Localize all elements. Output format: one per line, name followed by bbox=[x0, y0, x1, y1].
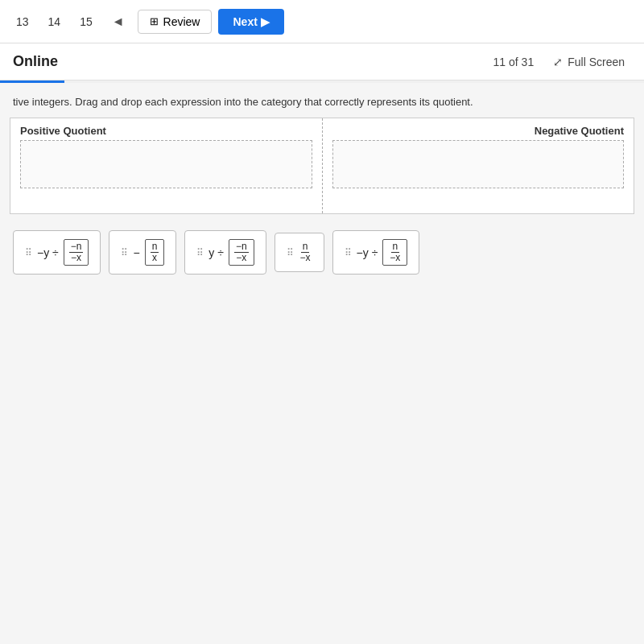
drag-handle-2: ⠿ bbox=[121, 247, 128, 258]
expr2-fraction-box: n x bbox=[145, 239, 165, 266]
expr3-fraction-box: −n −x bbox=[229, 239, 254, 266]
negative-quotient-zone[interactable]: Negative Quotient bbox=[323, 118, 634, 213]
expr3-numerator: −n bbox=[234, 242, 249, 253]
drop-zones-container: Positive Quotient Negative Quotient bbox=[10, 118, 634, 214]
second-bar-right: 11 of 31 ⤢ Full Screen bbox=[493, 52, 631, 72]
expr1-numerator: −n bbox=[69, 242, 84, 253]
expressions-area: ⠿ −y ÷ −n −x ⠿ − n x ⠿ y ÷ bbox=[0, 214, 644, 291]
expr5-fraction-box: n −x bbox=[382, 239, 407, 266]
expression-card-3[interactable]: ⠿ y ÷ −n −x bbox=[184, 230, 266, 275]
next-button[interactable]: Next ▶ bbox=[218, 9, 283, 35]
app-title: Online bbox=[13, 53, 58, 70]
next-label: Next bbox=[233, 15, 257, 28]
drag-handle-5: ⠿ bbox=[345, 247, 352, 258]
review-icon: ⊞ bbox=[150, 15, 159, 27]
fullscreen-label: Full Screen bbox=[568, 56, 625, 68]
expr2-text: − bbox=[133, 246, 139, 259]
expr4-denominator: −x bbox=[299, 253, 312, 263]
next-arrow-icon: ▶ bbox=[261, 15, 270, 28]
top-navigation: 13 14 15 ◄ ⊞ Review Next ▶ bbox=[0, 0, 644, 43]
expression-card-5[interactable]: ⠿ −y ÷ n −x bbox=[332, 230, 420, 275]
drag-handle-4: ⠿ bbox=[287, 247, 294, 258]
expression-card-4[interactable]: ⠿ n −x bbox=[275, 233, 324, 272]
expr5-text: −y ÷ bbox=[357, 246, 378, 259]
expr2-numerator: n bbox=[151, 242, 159, 253]
review-label: Review bbox=[163, 15, 200, 28]
negative-quotient-drop-area[interactable] bbox=[332, 140, 625, 188]
expr4-numerator: n bbox=[301, 242, 310, 253]
page-num-13[interactable]: 13 bbox=[10, 12, 35, 31]
expr5-fraction: n −x bbox=[388, 242, 402, 263]
expr1-fraction-box: −n −x bbox=[64, 239, 89, 266]
page-num-15[interactable]: 15 bbox=[73, 12, 99, 31]
question-counter: 11 of 31 bbox=[493, 56, 535, 68]
expr3-denominator: −x bbox=[234, 253, 248, 263]
instruction-text: tive integers. Drag and drop each expres… bbox=[0, 96, 644, 118]
expr1-fraction: −n −x bbox=[69, 242, 84, 263]
expr5-denominator: −x bbox=[388, 253, 402, 263]
expr1-text: −y ÷ bbox=[37, 246, 59, 259]
drag-handle-1: ⠿ bbox=[25, 247, 32, 258]
positive-quotient-zone[interactable]: Positive Quotient bbox=[10, 118, 323, 213]
second-bar: Online 11 of 31 ⤢ Full Screen bbox=[0, 43, 644, 80]
expr3-text: y ÷ bbox=[208, 246, 224, 259]
expression-card-2[interactable]: ⠿ − n x bbox=[109, 230, 176, 275]
expr2-denominator: x bbox=[151, 253, 159, 263]
main-content: tive integers. Drag and drop each expres… bbox=[0, 83, 644, 644]
fullscreen-button[interactable]: ⤢ Full Screen bbox=[547, 52, 631, 72]
fullscreen-icon: ⤢ bbox=[553, 56, 563, 68]
expression-card-1[interactable]: ⠿ −y ÷ −n −x bbox=[13, 230, 101, 275]
positive-quotient-drop-area[interactable] bbox=[20, 140, 312, 188]
expr5-numerator: n bbox=[391, 242, 400, 253]
page-num-14[interactable]: 14 bbox=[42, 12, 68, 31]
back-arrow-button[interactable]: ◄ bbox=[105, 11, 131, 32]
positive-quotient-label: Positive Quotient bbox=[20, 125, 312, 137]
expr3-fraction: −n −x bbox=[234, 242, 249, 263]
drag-handle-3: ⠿ bbox=[196, 247, 204, 258]
review-button[interactable]: ⊞ Review bbox=[138, 10, 213, 34]
expr1-denominator: −x bbox=[69, 253, 83, 263]
expr4-fraction: n −x bbox=[299, 242, 312, 263]
expr2-fraction: n x bbox=[151, 242, 159, 263]
negative-quotient-label: Negative Quotient bbox=[332, 125, 625, 137]
